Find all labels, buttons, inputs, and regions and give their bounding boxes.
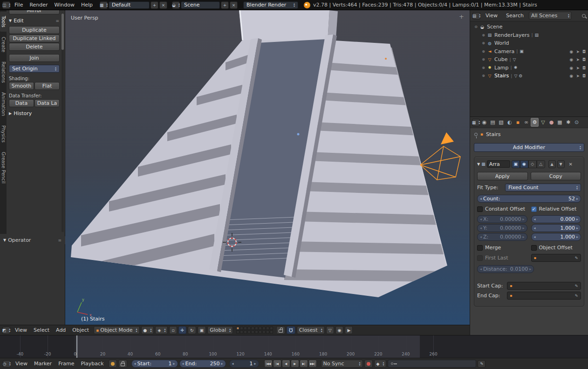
lamp-point[interactable] — [385, 58, 387, 60]
info-editor-type-button[interactable]: ◫ — [2, 1, 10, 9]
jump-start-button[interactable]: |◀◀ — [264, 360, 273, 368]
properties-tab-scene[interactable]: ▧ — [497, 118, 505, 127]
timeline-menu-playback[interactable]: Playback — [77, 359, 107, 369]
auto-keyframe-toggle[interactable] — [364, 360, 373, 368]
merge-checkbox[interactable] — [477, 245, 483, 251]
layer-13[interactable] — [244, 330, 247, 334]
pivot-align-toggle[interactable]: ▫ — [169, 326, 177, 334]
set-origin-dropdown[interactable]: Set Origin — [9, 65, 60, 73]
shade-smooth-button[interactable]: Smooth — [9, 82, 34, 90]
button-duplicate-linked[interactable]: Duplicate Linked — [9, 34, 60, 42]
layer-18[interactable] — [262, 330, 266, 334]
viewport-menu-object[interactable]: Object — [69, 325, 92, 335]
screen-layout-field[interactable]: Default — [109, 1, 150, 9]
properties-tab-particles[interactable]: ✱ — [564, 118, 572, 127]
fit-type-dropdown[interactable]: Fixed Count — [505, 184, 581, 191]
increment-icon[interactable]: ▸ — [522, 217, 524, 221]
decrement-icon[interactable]: ◂ — [480, 235, 482, 239]
properties-tab-render-layers[interactable]: ▤ — [489, 118, 497, 127]
add-modifier-dropdown[interactable]: Add Modifier — [474, 143, 584, 152]
layer-3[interactable] — [244, 327, 247, 330]
expand-icon[interactable]: ⊕ — [480, 33, 486, 37]
menu-help[interactable]: Help — [78, 0, 96, 10]
layer-5[interactable] — [251, 327, 254, 330]
offset-object-field[interactable]: ▪ ✎ — [531, 254, 581, 262]
move-modifier-down-button[interactable]: ▼ — [557, 160, 565, 168]
modifier-expand-icon[interactable]: ▼ — [477, 162, 480, 166]
tool-shelf-scrollbar-thumb[interactable] — [62, 14, 64, 50]
outliner-row-scene[interactable]: ⊖◒Scene — [470, 23, 588, 31]
operator-panel-header[interactable]: ▼ Operator ≡ — [0, 236, 65, 244]
tool-tab-relations[interactable]: Relations — [0, 57, 7, 87]
sync-dropdown[interactable]: No Sync — [321, 360, 363, 368]
lock-to-scene-toggle[interactable] — [276, 326, 285, 334]
increment-icon[interactable]: ▸ — [173, 362, 175, 366]
prev-keyframe-button[interactable]: |◀ — [273, 360, 281, 368]
increment-icon[interactable]: ▸ — [576, 197, 578, 201]
viewport-shading-dropdown[interactable]: ● — [141, 326, 154, 334]
decrement-icon[interactable]: ◂ — [480, 197, 482, 201]
menu-file[interactable]: File — [11, 0, 26, 10]
start-frame-field[interactable]: ◂ Start: 1 ▸ — [131, 360, 178, 368]
renderable-camera-icon[interactable]: ◘ — [582, 49, 586, 54]
delete-modifier-button[interactable]: ✕ — [567, 160, 574, 168]
expand-icon[interactable]: ⊕ — [480, 57, 486, 62]
mirror-button[interactable]: Mirror — [9, 10, 60, 14]
history-panel-header[interactable]: ▶ History — [9, 110, 60, 116]
timeline-editor-type-button[interactable]: ◷ — [3, 360, 11, 368]
visibility-eye-icon[interactable]: ◉ — [569, 66, 573, 70]
timeline-menu-frame[interactable]: Frame — [55, 359, 77, 369]
start-cap-field[interactable]: ▪ ✎ — [507, 282, 581, 290]
expand-icon[interactable]: ⊕ — [480, 41, 486, 45]
decrement-icon[interactable]: ◂ — [480, 217, 482, 221]
panel-grip-icon[interactable]: ≡ — [58, 238, 62, 243]
selectable-arrow-icon[interactable]: ➤ — [576, 74, 580, 78]
layer-1-active[interactable] — [236, 327, 239, 330]
jump-end-button[interactable]: ▶▶| — [308, 360, 317, 368]
renderable-camera-icon[interactable]: ◘ — [582, 57, 586, 62]
renderable-camera-icon[interactable]: ◘ — [582, 74, 586, 78]
snap-target-dropdown[interactable]: Closest — [297, 326, 325, 334]
lock-time-toggle[interactable] — [118, 360, 127, 368]
preview-range-toggle[interactable] — [109, 360, 117, 368]
add-layout-button[interactable]: + — [150, 1, 158, 9]
timeline-menu-marker[interactable]: Marker — [31, 359, 55, 369]
button-duplicate[interactable]: Duplicate — [9, 26, 60, 34]
layer-6[interactable] — [255, 327, 258, 330]
visibility-eye-icon[interactable]: ◉ — [569, 74, 573, 78]
snap-element-toggle[interactable]: ▽ — [326, 326, 334, 334]
properties-tab-world[interactable]: ◐ — [506, 118, 513, 127]
tool-tab-tools[interactable]: Tools — [0, 12, 7, 32]
end-cap-field[interactable]: ▪ ✎ — [507, 292, 581, 300]
properties-tab-data[interactable]: ▽ — [539, 118, 547, 127]
layer-15[interactable] — [251, 330, 254, 334]
expand-icon[interactable]: ⊕ — [480, 66, 486, 70]
increment-icon[interactable]: ▸ — [221, 362, 223, 366]
layer-14[interactable] — [247, 330, 251, 334]
layer-10[interactable] — [270, 327, 273, 330]
layer-2[interactable] — [240, 327, 243, 330]
properties-tab-material[interactable]: ● — [547, 118, 555, 127]
viewport-menu-view[interactable]: View — [12, 325, 30, 335]
decrement-icon[interactable]: ◂ — [480, 267, 482, 271]
collapse-icon[interactable]: ⊖ — [473, 25, 479, 29]
end-frame-field[interactable]: ◂ End: 250 ▸ — [179, 360, 226, 368]
play-reverse-button[interactable]: ◀ — [282, 360, 290, 368]
outliner-editor-type-button[interactable]: ▤ — [472, 12, 480, 20]
shade-flat-button[interactable]: Flat — [34, 82, 60, 90]
render-engine-dropdown[interactable]: Blender Render — [243, 1, 298, 9]
move-modifier-up-button[interactable]: ▲ — [548, 160, 556, 168]
menu-window[interactable]: Window — [51, 0, 78, 10]
relative-offset-field-0[interactable]: ◂0.000▸ — [531, 215, 581, 223]
properties-tab-render[interactable]: ◉ — [480, 118, 488, 127]
snap-toggle[interactable]: Ω — [287, 326, 295, 334]
apply-button[interactable]: Apply — [477, 172, 528, 180]
properties-tab-texture[interactable]: ▦ — [556, 118, 564, 127]
outliner-row-stairs[interactable]: ⊕▽Stairs|▽⚙◉➤◘ — [470, 72, 588, 80]
keying-set-dropdown[interactable]: ◆ — [374, 360, 387, 368]
layer-11[interactable] — [236, 330, 239, 334]
constant-offset-field-x-[interactable]: ◂X:0.00000▸ — [477, 215, 527, 223]
3d-viewport[interactable]: x y User Persp (1) Stairs + — [65, 10, 470, 325]
pin-icon[interactable] — [474, 133, 478, 136]
modifier-editmode-toggle[interactable]: ◇ — [528, 160, 537, 168]
